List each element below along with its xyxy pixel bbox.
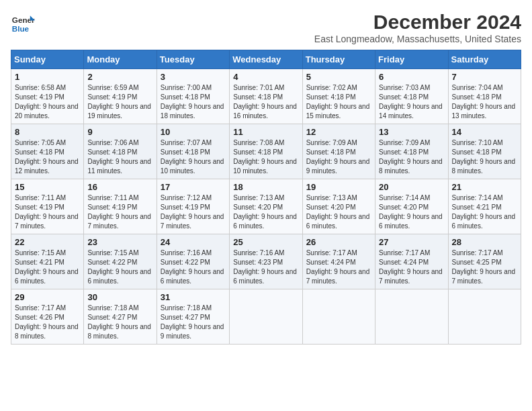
day-number: 3 bbox=[161, 72, 226, 82]
column-header-sunday: Sunday bbox=[11, 50, 84, 69]
day-info: Sunrise: 7:16 AMSunset: 4:22 PMDaylight:… bbox=[161, 248, 226, 286]
calendar-table: SundayMondayTuesdayWednesdayThursdayFrid… bbox=[11, 50, 521, 345]
calendar-cell: 16Sunrise: 7:11 AMSunset: 4:19 PMDayligh… bbox=[84, 179, 157, 234]
calendar-cell: 1Sunrise: 6:58 AMSunset: 4:19 PMDaylight… bbox=[11, 69, 84, 124]
day-info: Sunrise: 7:17 AMSunset: 4:25 PMDaylight:… bbox=[452, 248, 517, 286]
calendar-cell bbox=[230, 289, 302, 345]
day-info: Sunrise: 7:07 AMSunset: 4:18 PMDaylight:… bbox=[161, 138, 226, 176]
day-info: Sunrise: 7:10 AMSunset: 4:18 PMDaylight:… bbox=[452, 138, 517, 176]
calendar-cell: 14Sunrise: 7:10 AMSunset: 4:18 PMDayligh… bbox=[448, 124, 521, 179]
day-info: Sunrise: 7:15 AMSunset: 4:21 PMDaylight:… bbox=[15, 248, 80, 286]
day-info: Sunrise: 7:05 AMSunset: 4:18 PMDaylight:… bbox=[15, 138, 80, 176]
calendar-cell: 5Sunrise: 7:02 AMSunset: 4:18 PMDaylight… bbox=[302, 69, 375, 124]
day-info: Sunrise: 7:15 AMSunset: 4:22 PMDaylight:… bbox=[87, 248, 152, 286]
day-info: Sunrise: 7:01 AMSunset: 4:18 PMDaylight:… bbox=[233, 83, 298, 121]
title-area: December 2024 East Longmeadow, Massachus… bbox=[314, 11, 521, 44]
calendar-cell: 25Sunrise: 7:16 AMSunset: 4:23 PMDayligh… bbox=[230, 234, 302, 289]
calendar-cell: 31Sunrise: 7:18 AMSunset: 4:27 PMDayligh… bbox=[157, 289, 229, 345]
calendar-cell: 17Sunrise: 7:12 AMSunset: 4:19 PMDayligh… bbox=[157, 179, 229, 234]
day-number: 26 bbox=[306, 237, 371, 247]
day-number: 28 bbox=[452, 237, 517, 247]
calendar-cell: 23Sunrise: 7:15 AMSunset: 4:22 PMDayligh… bbox=[84, 234, 157, 289]
calendar-cell: 9Sunrise: 7:06 AMSunset: 4:18 PMDaylight… bbox=[84, 124, 157, 179]
week-row-4: 22Sunrise: 7:15 AMSunset: 4:21 PMDayligh… bbox=[11, 234, 521, 289]
calendar-cell: 15Sunrise: 7:11 AMSunset: 4:19 PMDayligh… bbox=[11, 179, 84, 234]
day-info: Sunrise: 7:09 AMSunset: 4:18 PMDaylight:… bbox=[306, 138, 371, 176]
calendar-cell: 12Sunrise: 7:09 AMSunset: 4:18 PMDayligh… bbox=[302, 124, 375, 179]
day-number: 16 bbox=[87, 182, 152, 192]
column-header-friday: Friday bbox=[375, 50, 448, 69]
day-number: 9 bbox=[87, 127, 152, 137]
day-info: Sunrise: 7:17 AMSunset: 4:24 PMDaylight:… bbox=[306, 248, 371, 286]
week-row-3: 15Sunrise: 7:11 AMSunset: 4:19 PMDayligh… bbox=[11, 179, 521, 234]
day-number: 5 bbox=[306, 72, 371, 82]
day-number: 7 bbox=[452, 72, 517, 82]
day-number: 22 bbox=[15, 237, 80, 247]
day-info: Sunrise: 7:16 AMSunset: 4:23 PMDaylight:… bbox=[233, 248, 298, 286]
day-number: 25 bbox=[233, 237, 298, 247]
day-info: Sunrise: 7:02 AMSunset: 4:18 PMDaylight:… bbox=[306, 83, 371, 121]
calendar-cell: 13Sunrise: 7:09 AMSunset: 4:18 PMDayligh… bbox=[375, 124, 448, 179]
day-number: 29 bbox=[15, 292, 80, 302]
day-info: Sunrise: 7:08 AMSunset: 4:18 PMDaylight:… bbox=[233, 138, 298, 176]
calendar-header-row: SundayMondayTuesdayWednesdayThursdayFrid… bbox=[11, 50, 521, 69]
day-info: Sunrise: 7:13 AMSunset: 4:20 PMDaylight:… bbox=[233, 193, 298, 231]
day-number: 23 bbox=[87, 237, 152, 247]
day-info: Sunrise: 7:17 AMSunset: 4:26 PMDaylight:… bbox=[15, 304, 80, 341]
day-number: 30 bbox=[87, 292, 152, 302]
header: General Blue December 2024 East Longmead… bbox=[11, 11, 521, 44]
calendar-cell: 27Sunrise: 7:17 AMSunset: 4:24 PMDayligh… bbox=[375, 234, 448, 289]
day-number: 15 bbox=[15, 182, 80, 192]
calendar-cell: 3Sunrise: 7:00 AMSunset: 4:18 PMDaylight… bbox=[157, 69, 229, 124]
calendar-body: 1Sunrise: 6:58 AMSunset: 4:19 PMDaylight… bbox=[11, 69, 521, 345]
day-number: 2 bbox=[87, 72, 152, 82]
day-number: 12 bbox=[306, 127, 371, 137]
calendar-cell bbox=[302, 289, 375, 345]
week-row-2: 8Sunrise: 7:05 AMSunset: 4:18 PMDaylight… bbox=[11, 124, 521, 179]
calendar-cell: 20Sunrise: 7:14 AMSunset: 4:20 PMDayligh… bbox=[375, 179, 448, 234]
day-number: 17 bbox=[161, 182, 226, 192]
column-header-wednesday: Wednesday bbox=[230, 50, 302, 69]
calendar-cell: 24Sunrise: 7:16 AMSunset: 4:22 PMDayligh… bbox=[157, 234, 229, 289]
day-number: 27 bbox=[379, 237, 444, 247]
calendar-cell: 29Sunrise: 7:17 AMSunset: 4:26 PMDayligh… bbox=[11, 289, 84, 345]
calendar-cell: 18Sunrise: 7:13 AMSunset: 4:20 PMDayligh… bbox=[230, 179, 302, 234]
calendar-cell bbox=[375, 289, 448, 345]
day-info: Sunrise: 7:11 AMSunset: 4:19 PMDaylight:… bbox=[15, 193, 80, 231]
calendar-cell: 19Sunrise: 7:13 AMSunset: 4:20 PMDayligh… bbox=[302, 179, 375, 234]
column-header-monday: Monday bbox=[84, 50, 157, 69]
day-info: Sunrise: 7:14 AMSunset: 4:20 PMDaylight:… bbox=[379, 193, 444, 231]
day-number: 18 bbox=[233, 182, 298, 192]
svg-text:Blue: Blue bbox=[12, 24, 30, 33]
day-info: Sunrise: 7:09 AMSunset: 4:18 PMDaylight:… bbox=[379, 138, 444, 176]
calendar-cell: 7Sunrise: 7:04 AMSunset: 4:18 PMDaylight… bbox=[448, 69, 521, 124]
column-header-thursday: Thursday bbox=[302, 50, 375, 69]
day-info: Sunrise: 7:17 AMSunset: 4:24 PMDaylight:… bbox=[379, 248, 444, 286]
calendar-cell: 10Sunrise: 7:07 AMSunset: 4:18 PMDayligh… bbox=[157, 124, 229, 179]
day-number: 10 bbox=[161, 127, 226, 137]
day-number: 8 bbox=[15, 127, 80, 137]
day-info: Sunrise: 7:12 AMSunset: 4:19 PMDaylight:… bbox=[161, 193, 226, 231]
calendar-cell: 11Sunrise: 7:08 AMSunset: 4:18 PMDayligh… bbox=[230, 124, 302, 179]
day-number: 20 bbox=[379, 182, 444, 192]
day-info: Sunrise: 7:18 AMSunset: 4:27 PMDaylight:… bbox=[87, 304, 152, 341]
day-number: 4 bbox=[233, 72, 298, 82]
day-number: 1 bbox=[15, 72, 80, 82]
calendar-cell: 6Sunrise: 7:03 AMSunset: 4:18 PMDaylight… bbox=[375, 69, 448, 124]
day-info: Sunrise: 7:14 AMSunset: 4:21 PMDaylight:… bbox=[452, 193, 517, 231]
calendar-cell bbox=[448, 289, 521, 345]
day-number: 24 bbox=[161, 237, 226, 247]
calendar-cell: 26Sunrise: 7:17 AMSunset: 4:24 PMDayligh… bbox=[302, 234, 375, 289]
day-info: Sunrise: 6:58 AMSunset: 4:19 PMDaylight:… bbox=[15, 83, 80, 121]
day-number: 14 bbox=[452, 127, 517, 137]
day-number: 11 bbox=[233, 127, 298, 137]
day-info: Sunrise: 7:03 AMSunset: 4:18 PMDaylight:… bbox=[379, 83, 444, 121]
day-info: Sunrise: 7:18 AMSunset: 4:27 PMDaylight:… bbox=[161, 304, 226, 341]
day-info: Sunrise: 7:06 AMSunset: 4:18 PMDaylight:… bbox=[87, 138, 152, 176]
calendar-cell: 8Sunrise: 7:05 AMSunset: 4:18 PMDaylight… bbox=[11, 124, 84, 179]
day-number: 21 bbox=[452, 182, 517, 192]
day-info: Sunrise: 7:00 AMSunset: 4:18 PMDaylight:… bbox=[161, 83, 226, 121]
column-header-saturday: Saturday bbox=[448, 50, 521, 69]
day-info: Sunrise: 7:04 AMSunset: 4:18 PMDaylight:… bbox=[452, 83, 517, 121]
day-number: 19 bbox=[306, 182, 371, 192]
